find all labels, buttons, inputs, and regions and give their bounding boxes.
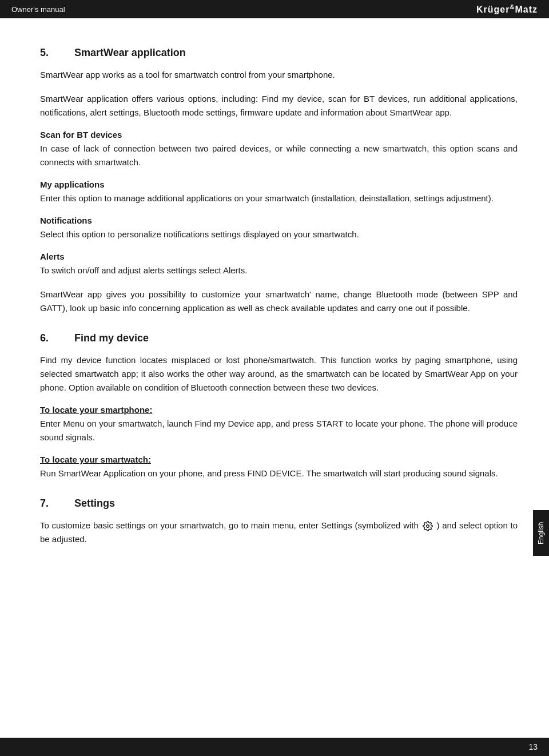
alerts-heading: Alerts (40, 252, 518, 261)
language-sidebar: English (533, 510, 549, 556)
page-footer: 13 (0, 738, 549, 756)
svg-point-0 (426, 525, 429, 528)
gear-icon (423, 521, 433, 531)
scan-heading: Scan for BT devices (40, 130, 518, 140)
locate-phone-heading: To locate your smartphone: (40, 405, 518, 415)
main-content: 5. SmartWear application SmartWear app w… (0, 18, 549, 598)
locate-watch-heading: To locate your smartwatch: (40, 455, 518, 464)
apps-body: Enter this option to manage additional a… (40, 192, 518, 205)
section-7-title: Settings (74, 498, 115, 510)
notifications-body: Select this option to personalize notifi… (40, 228, 518, 241)
section-5-intro: SmartWear app works as a tool for smartw… (40, 68, 518, 82)
section-6-title: Find my device (74, 332, 149, 344)
section-6-description: Find my device function locates misplace… (40, 353, 518, 395)
notifications-heading: Notifications (40, 216, 518, 225)
section-7-number: 7. (40, 498, 57, 510)
subsection-alerts: Alerts To switch on/off and adjust alert… (40, 252, 518, 277)
section-7-desc-start: To customize basic settings on your smar… (40, 520, 421, 530)
section-5-title: SmartWear application (74, 47, 186, 59)
scan-body: In case of lack of connection between tw… (40, 142, 518, 169)
alerts-body: To switch on/off and adjust alerts setti… (40, 264, 518, 277)
section-5-description: SmartWear application offers various opt… (40, 92, 518, 120)
section-7: 7. Settings To customize basic settings … (40, 498, 518, 546)
locate-phone-body: Enter Menu on your smartwatch, launch Fi… (40, 417, 518, 444)
page-number: 13 (528, 742, 538, 751)
section-5: 5. SmartWear application SmartWear app w… (40, 47, 518, 315)
subsection-notifications: Notifications Select this option to pers… (40, 216, 518, 241)
section-6-heading: 6. Find my device (40, 332, 518, 344)
subsection-apps: My applications Enter this option to man… (40, 180, 518, 205)
page-header: Owner's manual Krüger&Matz (0, 0, 549, 18)
section-7-heading: 7. Settings (40, 498, 518, 510)
section-7-description: To customize basic settings on your smar… (40, 519, 518, 546)
brand-logo: Krüger&Matz (476, 3, 538, 15)
section-5-closing: SmartWear app gives you possibility to c… (40, 288, 518, 315)
section-5-number: 5. (40, 47, 57, 59)
section-5-heading: 5. SmartWear application (40, 47, 518, 59)
section-6: 6. Find my device Find my device functio… (40, 332, 518, 480)
language-label: English (537, 522, 545, 544)
manual-title: Owner's manual (11, 5, 65, 14)
section-6-number: 6. (40, 332, 57, 344)
locate-watch-body: Run SmartWear Application on your phone,… (40, 467, 518, 480)
locate-phone-section: To locate your smartphone: Enter Menu on… (40, 405, 518, 444)
subsection-scan: Scan for BT devices In case of lack of c… (40, 130, 518, 169)
apps-heading: My applications (40, 180, 518, 189)
locate-watch-section: To locate your smartwatch: Run SmartWear… (40, 455, 518, 480)
